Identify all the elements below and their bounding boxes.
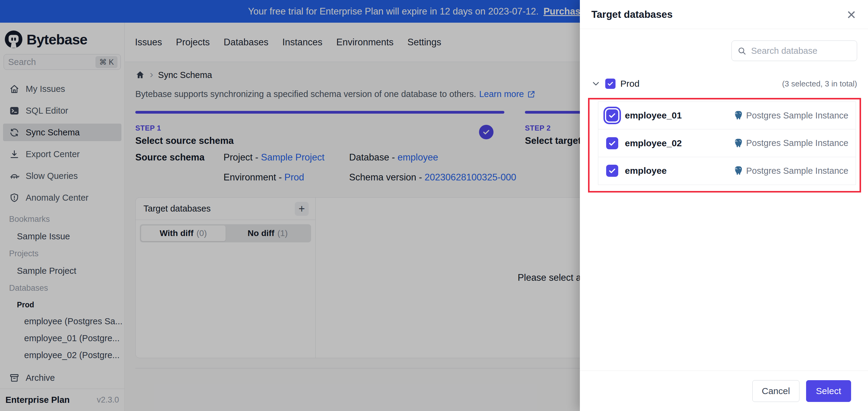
instance-name: Postgres Sample Instance [746,166,848,176]
database-name: employee_01 [625,110,682,121]
group-selection-summary: (3 selected, 3 in total) [782,79,857,89]
target-databases-drawer: Target databases × Prod (3 selected, 3 i… [580,0,868,411]
group-checkbox[interactable] [605,79,616,89]
database-instance: Postgres Sample Instance [732,110,848,121]
database-search-input[interactable] [751,46,842,56]
drawer-footer: Cancel Select [580,371,868,411]
drawer-header: Target databases × [580,0,868,29]
check-icon [608,139,616,147]
search-icon [737,46,746,55]
environment-group-row: Prod (3 selected, 3 in total) [591,77,857,91]
instance-name: Postgres Sample Instance [746,138,848,148]
cancel-button[interactable]: Cancel [752,380,799,402]
chevron-down-icon[interactable] [591,79,601,89]
check-icon [608,111,616,120]
database-search-box[interactable] [732,40,857,61]
instance-name: Postgres Sample Instance [746,111,848,121]
close-icon[interactable]: × [847,7,856,22]
database-row[interactable]: employee Postgres Sample Instance [598,157,856,185]
drawer-title: Target databases [591,9,673,20]
row-checkbox[interactable] [606,109,618,121]
database-row[interactable]: employee_02 Postgres Sample Instance [598,129,856,157]
database-name: employee_02 [625,138,682,148]
drawer-body: Prod (3 selected, 3 in total) employee_0… [580,40,868,193]
select-button[interactable]: Select [806,380,851,402]
annotation-highlight-box: employee_01 Postgres Sample Instance emp… [588,98,861,193]
group-name: Prod [620,79,639,89]
database-instance: Postgres Sample Instance [732,138,848,149]
row-checkbox[interactable] [606,137,618,149]
postgres-icon [732,110,743,121]
check-icon [607,80,614,87]
database-row[interactable]: employee_01 Postgres Sample Instance [598,101,856,130]
postgres-icon [732,138,743,149]
postgres-icon [732,165,743,176]
check-icon [608,167,616,175]
app-screen: Your free trial for Enterprise Plan will… [0,0,868,411]
database-instance: Postgres Sample Instance [732,165,848,176]
database-name: employee [625,166,666,176]
row-checkbox[interactable] [606,165,618,177]
